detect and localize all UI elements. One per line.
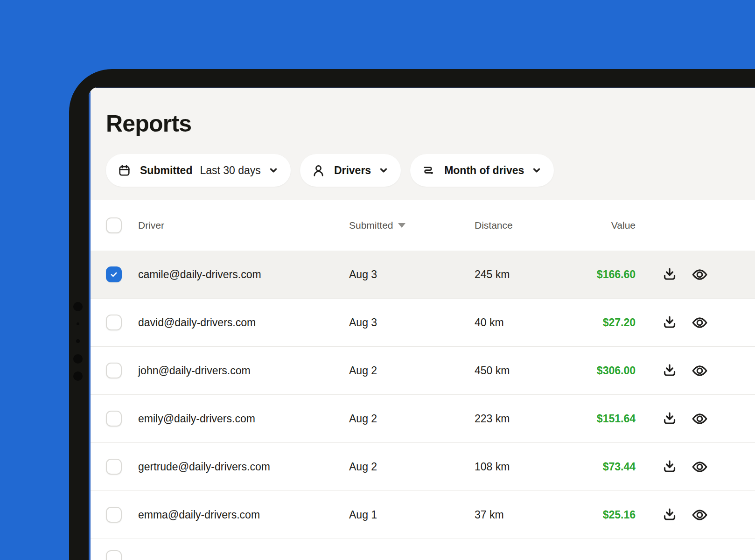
page-title: Reports [106, 110, 191, 137]
filter-drivers-button[interactable]: Drivers [300, 154, 401, 187]
driver-email: gertrude@daily-drivers.com [138, 461, 349, 473]
report-value: $166.60 [551, 268, 636, 281]
distance-value: 37 km [475, 509, 551, 521]
eye-icon [691, 266, 708, 283]
distance-value: 223 km [475, 413, 551, 425]
route-icon [422, 164, 435, 177]
download-icon [661, 410, 678, 427]
column-header-driver: Driver [138, 220, 349, 231]
table-row[interactable]: david@daily-drivers.com Aug 3 40 km $27.… [89, 299, 755, 347]
column-header-submitted[interactable]: Submitted [349, 220, 475, 231]
view-button[interactable] [691, 506, 708, 524]
person-icon [312, 164, 325, 177]
download-icon [661, 506, 678, 523]
row-checkbox[interactable] [106, 459, 122, 475]
camera-dot [73, 371, 83, 381]
select-all-checkbox[interactable] [106, 217, 122, 233]
filter-label: Submitted [140, 164, 192, 177]
camera-dot [77, 322, 79, 325]
eye-icon [691, 458, 708, 476]
eye-icon [691, 506, 708, 524]
next-row-checkbox-partial[interactable] [106, 550, 122, 560]
calendar-icon [118, 164, 131, 177]
table-row[interactable]: john@daily-drivers.com Aug 2 450 km $306… [89, 347, 755, 395]
column-header-distance: Distance [475, 220, 551, 231]
column-header-value: Value [551, 220, 636, 231]
view-button[interactable] [691, 410, 708, 427]
driver-email: emma@daily-drivers.com [138, 509, 349, 521]
distance-value: 450 km [475, 364, 551, 377]
download-button[interactable] [661, 506, 678, 524]
sort-desc-icon [398, 223, 405, 228]
driver-email: camile@daily-drivers.com [138, 268, 349, 281]
submitted-date: Aug 2 [349, 413, 475, 425]
download-button[interactable] [661, 410, 678, 427]
eye-icon [691, 314, 708, 331]
download-icon [661, 314, 678, 331]
distance-value: 40 km [475, 316, 551, 329]
filter-label: Month of drives [444, 164, 524, 177]
chevron-down-icon [531, 165, 542, 175]
download-button[interactable] [661, 314, 678, 331]
table-row[interactable]: gertrude@daily-drivers.com Aug 2 108 km … [89, 443, 755, 491]
submitted-date: Aug 2 [349, 364, 475, 377]
distance-value: 245 km [475, 268, 551, 281]
table-row-partial [89, 539, 755, 560]
table-row[interactable]: emma@daily-drivers.com Aug 1 37 km $25.1… [89, 491, 755, 539]
submitted-date: Aug 3 [349, 316, 475, 329]
download-icon [661, 458, 678, 475]
table-row[interactable]: emily@daily-drivers.com Aug 2 223 km $15… [89, 395, 755, 443]
view-button[interactable] [691, 314, 708, 331]
row-checkbox-checked[interactable] [106, 266, 122, 282]
app-screen: Reports Submitted Last 30 days Drivers [89, 87, 755, 560]
submitted-date: Aug 2 [349, 461, 475, 473]
view-button[interactable] [691, 362, 708, 379]
camera-dot [73, 354, 83, 364]
report-value: $27.20 [551, 316, 636, 329]
check-icon [109, 269, 119, 280]
desktop-background: { "page": { "title": "Reports" }, "filte… [0, 0, 755, 560]
filter-bar: Submitted Last 30 days Drivers Month of … [106, 154, 554, 187]
chevron-down-icon [378, 165, 389, 175]
report-value: $25.16 [551, 509, 636, 521]
download-button[interactable] [661, 362, 678, 379]
row-checkbox[interactable] [106, 315, 122, 330]
driver-email: david@daily-drivers.com [138, 316, 349, 329]
view-button[interactable] [691, 266, 708, 283]
filter-label: Drivers [334, 164, 371, 177]
row-checkbox[interactable] [106, 507, 122, 523]
screen-edge-left [89, 87, 91, 560]
filter-month-of-drives-button[interactable]: Month of drives [410, 154, 554, 187]
camera-dot [76, 339, 80, 343]
report-value: $306.00 [551, 364, 636, 377]
filter-submitted-button[interactable]: Submitted Last 30 days [106, 154, 291, 187]
driver-email: john@daily-drivers.com [138, 364, 349, 377]
row-checkbox[interactable] [106, 411, 122, 427]
screen-edge-top [89, 87, 755, 88]
table-row[interactable]: camile@daily-drivers.com Aug 3 245 km $1… [89, 251, 755, 299]
chevron-down-icon [268, 165, 279, 175]
distance-value: 108 km [475, 461, 551, 473]
download-icon [661, 266, 678, 283]
driver-email: emily@daily-drivers.com [138, 413, 349, 425]
camera-dot [73, 302, 83, 311]
submitted-date: Aug 3 [349, 268, 475, 281]
download-button[interactable] [661, 458, 678, 476]
report-value: $151.64 [551, 413, 636, 425]
view-button[interactable] [691, 458, 708, 476]
row-checkbox[interactable] [106, 363, 122, 378]
eye-icon [691, 362, 708, 379]
reports-table: Driver Submitted Distance Value camile@d… [89, 200, 755, 560]
download-icon [661, 362, 678, 379]
filter-value: Last 30 days [200, 164, 260, 177]
report-value: $73.44 [551, 461, 636, 473]
submitted-date: Aug 1 [349, 509, 475, 521]
download-button[interactable] [661, 266, 678, 283]
table-header: Driver Submitted Distance Value [89, 200, 755, 251]
eye-icon [691, 410, 708, 427]
